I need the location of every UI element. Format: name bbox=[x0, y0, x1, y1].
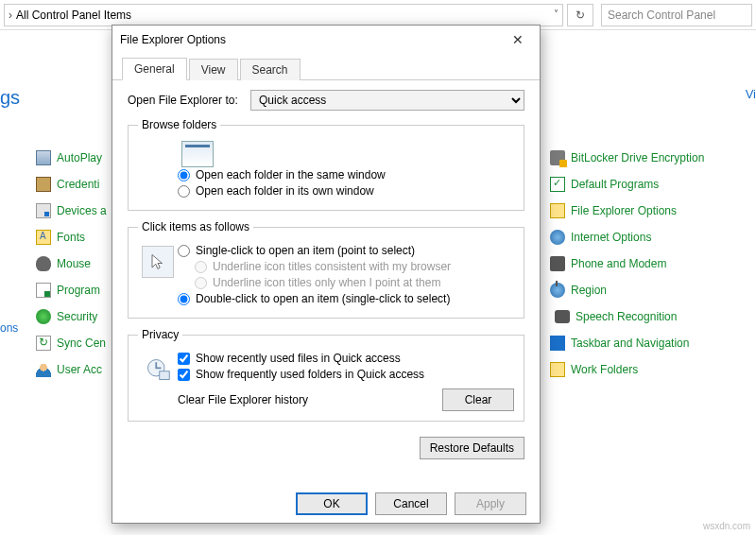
clear-button[interactable]: Clear bbox=[442, 388, 514, 411]
cp-link[interactable]: Credenti bbox=[57, 178, 99, 191]
open-to-row: Open File Explorer to: Quick access bbox=[128, 90, 524, 111]
tab-general[interactable]: General bbox=[122, 58, 187, 80]
dialog-titlebar[interactable]: File Explorer Options ✕ bbox=[112, 26, 540, 54]
group-legend: Privacy bbox=[138, 328, 182, 341]
cp-link[interactable]: Mouse bbox=[57, 257, 91, 270]
cp-item-default-programs[interactable]: Default Programs bbox=[550, 176, 748, 193]
group-browse-folders: Browse folders Open each folder in the s… bbox=[128, 118, 524, 211]
close-icon: ✕ bbox=[512, 32, 524, 47]
cp-item-sync[interactable]: Sync Cen bbox=[36, 335, 121, 352]
cp-item-speech[interactable]: Speech Recognition bbox=[550, 308, 748, 325]
clear-history-label: Clear File Explorer history bbox=[178, 393, 308, 406]
dialog-footer: OK Cancel Apply bbox=[296, 492, 526, 515]
history-icon bbox=[142, 354, 174, 386]
tab-label: View bbox=[201, 63, 226, 77]
tab-label: General bbox=[134, 62, 175, 76]
cp-link[interactable]: Security bbox=[57, 310, 97, 323]
tab-search[interactable]: Search bbox=[240, 59, 301, 80]
ok-button[interactable]: OK bbox=[296, 492, 368, 515]
cp-link[interactable]: Sync Cen bbox=[57, 337, 106, 350]
chevron-down-icon[interactable]: ˅ bbox=[554, 9, 558, 19]
tab-view[interactable]: View bbox=[189, 59, 238, 80]
cp-item-programs[interactable]: Program bbox=[36, 282, 121, 299]
radio-double-click[interactable] bbox=[178, 293, 190, 305]
cp-item-internet-options[interactable]: Internet Options bbox=[550, 229, 748, 246]
group-legend: Click items as follows bbox=[138, 220, 253, 233]
radio-own-window[interactable] bbox=[178, 185, 190, 198]
cp-link[interactable]: Internet Options bbox=[571, 231, 651, 244]
cp-link[interactable]: Region bbox=[571, 284, 607, 297]
dialog-tabs: General View Search bbox=[112, 54, 540, 80]
check-frequent-folders[interactable] bbox=[178, 369, 190, 381]
radio-same-window[interactable] bbox=[178, 169, 190, 181]
globe-icon bbox=[550, 230, 565, 245]
close-button[interactable]: ✕ bbox=[504, 29, 532, 50]
cp-link[interactable]: User Acc bbox=[57, 363, 102, 376]
dialog-body: Open File Explorer to: Quick access Brow… bbox=[112, 80, 540, 422]
refresh-button[interactable]: ↻ bbox=[567, 4, 593, 26]
radio-label: Single-click to open an item (point to s… bbox=[196, 244, 415, 257]
cp-link[interactable]: Phone and Modem bbox=[571, 257, 666, 270]
folder-options-icon bbox=[550, 203, 565, 218]
phone-icon bbox=[550, 256, 565, 271]
cp-item-devices[interactable]: Devices a bbox=[36, 202, 121, 219]
region-icon bbox=[550, 283, 565, 298]
breadcrumb[interactable]: › All Control Panel Items ˅ bbox=[4, 4, 563, 26]
apply-button[interactable]: Apply bbox=[455, 492, 526, 515]
cp-item-security[interactable]: Security bbox=[36, 308, 121, 325]
watermark: wsxdn.com bbox=[703, 521, 750, 531]
svg-rect-1 bbox=[160, 371, 170, 380]
fragment-ons: ons bbox=[0, 321, 18, 335]
radio-label: Open each folder in the same window bbox=[196, 168, 386, 181]
cp-item-user[interactable]: User Acc bbox=[36, 361, 121, 378]
cp-item-phone[interactable]: Phone and Modem bbox=[550, 255, 748, 272]
window-icon bbox=[181, 141, 214, 167]
restore-defaults-button[interactable]: Restore Defaults bbox=[420, 437, 524, 459]
check-recent-files[interactable] bbox=[178, 353, 190, 365]
fragment-vi[interactable]: Vi bbox=[746, 87, 756, 101]
cp-link[interactable]: Work Folders bbox=[571, 363, 638, 376]
tab-label: Search bbox=[252, 63, 288, 77]
user-icon bbox=[36, 362, 51, 377]
control-panel-column-left: AutoPlay Credenti Devices a Fonts Mouse … bbox=[36, 149, 121, 378]
radio-label: Underline icon titles only when I point … bbox=[213, 276, 440, 289]
refresh-icon: ↻ bbox=[576, 9, 585, 22]
cp-link[interactable]: Devices a bbox=[57, 204, 107, 217]
cp-item-taskbar[interactable]: Taskbar and Navigation bbox=[550, 335, 748, 352]
mouse-icon bbox=[36, 256, 51, 271]
radio-single-click[interactable] bbox=[178, 245, 190, 257]
cp-item-credential[interactable]: Credenti bbox=[36, 176, 121, 193]
cp-link[interactable]: Default Programs bbox=[571, 178, 659, 191]
credential-icon bbox=[36, 177, 51, 192]
devices-icon bbox=[36, 203, 51, 218]
cp-link[interactable]: Fonts bbox=[57, 231, 85, 244]
cp-item-bitlocker[interactable]: BitLocker Drive Encryption bbox=[550, 149, 748, 166]
cp-item-region[interactable]: Region bbox=[550, 282, 748, 299]
cp-item-fonts[interactable]: Fonts bbox=[36, 229, 121, 246]
radio-label: Open each folder in its own window bbox=[196, 184, 374, 198]
group-click-items: Click items as follows Single-click to o… bbox=[128, 220, 524, 319]
dialog-title: File Explorer Options bbox=[120, 33, 226, 46]
cp-item-file-explorer-options[interactable]: File Explorer Options bbox=[550, 202, 748, 219]
cp-item-autoplay[interactable]: AutoPlay bbox=[36, 149, 121, 166]
chevron-right-icon: › bbox=[9, 9, 12, 22]
autoplay-icon bbox=[36, 150, 51, 165]
cp-link[interactable]: AutoPlay bbox=[57, 151, 102, 164]
radio-label: Underline icon titles consistent with my… bbox=[213, 260, 451, 273]
cp-link[interactable]: File Explorer Options bbox=[571, 204, 677, 217]
cancel-button[interactable]: Cancel bbox=[375, 492, 447, 515]
group-legend: Browse folders bbox=[138, 118, 220, 131]
search-input[interactable]: Search Control Panel bbox=[601, 4, 752, 26]
fonts-icon bbox=[36, 230, 51, 245]
sync-icon bbox=[36, 336, 51, 351]
check-label: Show recently used files in Quick access bbox=[196, 352, 401, 365]
cp-link[interactable]: Taskbar and Navigation bbox=[571, 337, 689, 350]
breadcrumb-text: All Control Panel Items bbox=[16, 9, 131, 22]
cp-link[interactable]: Program bbox=[57, 284, 100, 297]
cp-item-work-folders[interactable]: Work Folders bbox=[550, 361, 748, 378]
cp-link[interactable]: BitLocker Drive Encryption bbox=[571, 151, 704, 164]
bitlocker-icon bbox=[550, 150, 565, 165]
cp-item-mouse[interactable]: Mouse bbox=[36, 255, 121, 272]
cp-link[interactable]: Speech Recognition bbox=[576, 310, 677, 323]
open-to-select[interactable]: Quick access bbox=[250, 90, 524, 111]
